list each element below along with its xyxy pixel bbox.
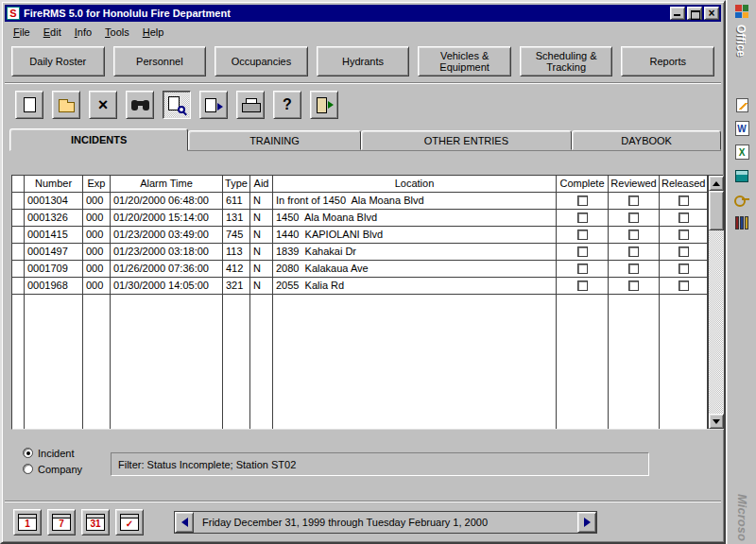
reports-button[interactable]: Reports <box>621 46 714 76</box>
released-checkbox[interactable] <box>679 264 689 274</box>
cell-gutter <box>12 210 25 226</box>
incident-row[interactable]: 000149700001/23/2000 03:18:00113N1839 Ka… <box>12 244 708 261</box>
occupancies-button[interactable]: Occupancies <box>215 46 308 76</box>
menu-edit[interactable]: Edit <box>37 25 68 40</box>
cell-location: 2080 Kalakaua Ave <box>273 261 557 277</box>
outlook-button[interactable] <box>730 165 753 186</box>
tab-incidents[interactable]: INCIDENTS <box>9 128 188 151</box>
incident-radio-label: Incident <box>38 448 75 459</box>
vehicles-equipment-button[interactable]: Vehicles & Equipment <box>418 46 511 76</box>
word-icon: W <box>735 121 749 136</box>
tab-strip: INCIDENTS TRAINING OTHER ENTRIES DAYBOOK <box>9 128 721 151</box>
personnel-button[interactable]: Personnel <box>113 46 207 76</box>
released-checkbox[interactable] <box>679 246 689 257</box>
access-button[interactable] <box>730 189 753 210</box>
incident-radio-row[interactable]: Incident <box>23 445 82 461</box>
cell-location: 1440 KAPIOLANI Blvd <box>273 227 557 243</box>
open-button[interactable] <box>52 91 80 119</box>
incident-row[interactable]: 000130400001/20/2000 06:48:00611NIn fron… <box>12 193 708 210</box>
tab-other-entries[interactable]: OTHER ENTRIES <box>361 130 573 150</box>
day-view-button[interactable]: 1 <box>13 509 42 536</box>
reviewed-checkbox[interactable] <box>628 196 639 206</box>
incident-radio[interactable] <box>23 448 33 458</box>
complete-checkbox[interactable] <box>577 264 588 274</box>
reviewed-checkbox[interactable] <box>628 264 639 274</box>
scroll-up-button[interactable] <box>709 176 724 191</box>
office-logo-icon[interactable] <box>735 5 748 18</box>
tab-daybook[interactable]: DAYBOOK <box>572 130 721 150</box>
reviewed-checkbox[interactable] <box>628 246 639 257</box>
menu-help[interactable]: Help <box>136 25 171 40</box>
excel-button[interactable]: X <box>730 142 753 162</box>
help-button[interactable] <box>273 91 301 119</box>
cell-exp: 000 <box>83 227 111 243</box>
find-button[interactable] <box>126 91 154 119</box>
complete-checkbox[interactable] <box>577 246 588 257</box>
company-radio[interactable] <box>23 464 33 474</box>
scheduling-tracking-button[interactable]: Scheduling & Tracking <box>520 46 613 76</box>
cell-reviewed <box>609 278 660 294</box>
column-header-gutter <box>12 176 25 192</box>
released-checkbox[interactable] <box>679 230 689 240</box>
delete-button[interactable] <box>89 91 117 119</box>
complete-checkbox[interactable] <box>577 196 588 206</box>
previous-period-button[interactable] <box>175 512 194 533</box>
custom-range-button[interactable]: ✓ <box>115 509 144 536</box>
cell-type: 321 <box>223 278 250 294</box>
incident-row[interactable]: 000170900001/26/2000 07:36:00412N2080 Ka… <box>12 261 708 278</box>
cell-released <box>660 244 708 260</box>
empty-cell <box>250 295 273 429</box>
released-checkbox[interactable] <box>679 196 689 206</box>
cell-location: In front of 1450 Ala Moana Blvd <box>273 193 557 209</box>
bookshelf-button[interactable] <box>730 212 753 233</box>
delete-icon <box>98 97 109 112</box>
next-period-button[interactable] <box>577 512 596 533</box>
calendar-check-icon: ✓ <box>120 514 139 531</box>
released-checkbox[interactable] <box>679 280 689 291</box>
scrollbar-thumb[interactable] <box>709 191 724 230</box>
date-toolbar: 1 7 31 ✓ Friday December 31, 1999 throug… <box>5 503 721 541</box>
cell-alarm-time: 01/23/2000 03:18:00 <box>111 244 223 260</box>
print-button[interactable] <box>236 91 265 119</box>
new-document-button[interactable] <box>15 91 43 119</box>
complete-checkbox[interactable] <box>577 230 588 240</box>
incident-row[interactable]: 000132600001/20/2000 15:14:00131N1450 Al… <box>12 210 708 227</box>
cell-reviewed <box>609 193 660 209</box>
close-button[interactable] <box>704 7 719 20</box>
hydrants-button[interactable]: Hydrants <box>317 46 410 76</box>
outlook-icon <box>735 170 748 182</box>
transfer-button[interactable] <box>199 91 228 119</box>
company-radio-row[interactable]: Company <box>23 461 82 477</box>
empty-cell <box>273 295 557 429</box>
menu-bar: File Edit Info Tools Help <box>5 23 721 41</box>
reviewed-checkbox[interactable] <box>628 230 639 240</box>
column-header-released: Released <box>660 176 708 192</box>
maximize-button[interactable] <box>687 7 702 20</box>
vertical-scrollbar[interactable] <box>708 176 723 429</box>
month-view-button[interactable]: 31 <box>81 509 110 536</box>
complete-checkbox[interactable] <box>577 280 588 291</box>
binoculars-icon <box>131 100 149 110</box>
minimize-button[interactable] <box>670 7 685 20</box>
released-checkbox[interactable] <box>679 212 689 223</box>
week-view-button[interactable]: 7 <box>47 509 76 536</box>
complete-checkbox[interactable] <box>577 212 588 223</box>
incident-row[interactable]: 000196800001/30/2000 14:05:00321N2055 Ka… <box>12 278 708 295</box>
menu-file[interactable]: File <box>7 25 37 40</box>
calendar-day-icon: 1 <box>18 514 37 531</box>
reviewed-checkbox[interactable] <box>628 280 639 291</box>
menu-tools[interactable]: Tools <box>98 25 136 40</box>
exit-button[interactable] <box>310 91 338 119</box>
reviewed-checkbox[interactable] <box>628 212 639 223</box>
menu-info[interactable]: Info <box>68 25 98 40</box>
cell-alarm-time: 01/20/2000 06:48:00 <box>111 193 223 209</box>
incident-row[interactable]: 000141500001/23/2000 03:49:00745N1440 KA… <box>12 227 708 244</box>
cell-complete <box>557 193 609 209</box>
preview-button[interactable] <box>163 91 191 119</box>
new-office-document-button[interactable] <box>730 94 753 115</box>
daily-roster-button[interactable]: Daily Roster <box>11 46 105 76</box>
word-button[interactable]: W <box>730 118 753 139</box>
app-logo-icon[interactable]: S <box>7 7 20 20</box>
scroll-down-button[interactable] <box>709 414 724 429</box>
tab-training[interactable]: TRAINING <box>188 130 360 150</box>
